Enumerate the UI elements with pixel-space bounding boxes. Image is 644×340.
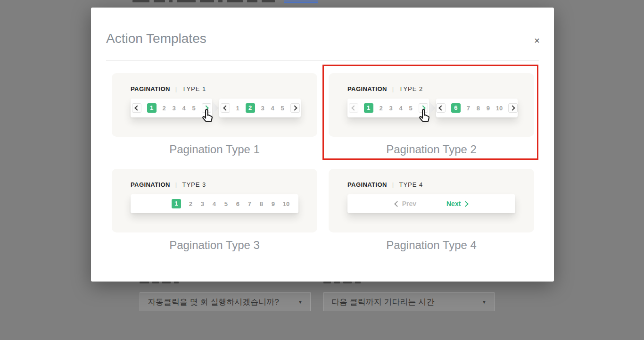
template-card-type-3[interactable]: PAGINATION | TYPE 3 12345678910 Paginati… [112, 169, 317, 252]
page-number[interactable]: 3 [389, 105, 393, 112]
pagination-bar: 12345 [347, 99, 429, 117]
page-number-active[interactable]: 1 [147, 103, 157, 113]
page-number[interactable]: 3 [261, 105, 265, 112]
background-text-fragment [247, 0, 257, 2]
click-delay-select-value: 다음 클릭까지 기다리는 시간 [331, 297, 434, 307]
flow-arrow-icon [429, 102, 436, 114]
page-number-active[interactable]: 1 [364, 103, 373, 113]
card-type-label: TYPE 2 [399, 85, 423, 92]
page-number[interactable]: 10 [496, 105, 503, 112]
click-delay-select[interactable]: 다음 클릭까지 기다리는 시간 ▼ [323, 292, 495, 311]
card-category-label: PAGINATION [347, 85, 387, 92]
chevron-left-icon [351, 105, 356, 110]
card-caption: Pagination Type 2 [329, 142, 534, 157]
click-count-select-value: 자동클릭을 몇 회 실행하시겠습니까? [148, 297, 279, 307]
next-arrow-button[interactable] [202, 103, 211, 113]
card-header-divider: | [387, 181, 399, 188]
page-number[interactable]: 7 [466, 105, 471, 112]
background-text-fragment [262, 0, 275, 2]
prev-arrow-button[interactable] [436, 103, 446, 113]
page-number[interactable]: 4 [271, 105, 275, 112]
page-number[interactable]: 4 [212, 200, 216, 207]
page-number[interactable]: 5 [409, 105, 413, 112]
page-number[interactable]: 4 [182, 105, 186, 112]
page-number[interactable]: 3 [172, 105, 176, 112]
nav-button-label: Next [446, 200, 461, 207]
prev-button[interactable]: Prev [395, 200, 416, 207]
chevron-down-icon: ▼ [298, 299, 303, 305]
pagination-card[interactable]: PAGINATION | TYPE 3 12345678910 [112, 169, 317, 232]
prev-arrow-button[interactable] [349, 103, 358, 113]
card-type-label: TYPE 4 [399, 181, 423, 188]
template-card-type-1[interactable]: PAGINATION | TYPE 1 1234512345 Paginatio… [112, 73, 317, 157]
prev-arrow-button[interactable] [132, 103, 141, 113]
pagination-bar: 12345678910 [131, 194, 298, 213]
clipped-label-fragment [140, 282, 179, 283]
chevron-down-icon: ▼ [482, 299, 487, 305]
pagination-card[interactable]: PAGINATION | TYPE 4 PrevNext [329, 169, 534, 232]
card-category-label: PAGINATION [131, 85, 170, 92]
page-number[interactable]: 9 [486, 105, 490, 112]
page-number[interactable]: 5 [224, 200, 228, 207]
chevron-left-icon [394, 201, 400, 207]
page-number[interactable]: 2 [189, 200, 193, 207]
chevron-right-icon [462, 201, 469, 207]
background-text-fragment [132, 0, 149, 2]
next-arrow-button[interactable] [290, 103, 300, 113]
page-number[interactable]: 2 [379, 105, 383, 112]
modal-title: Action Templates [106, 31, 206, 46]
page-number-active[interactable]: 2 [246, 103, 255, 113]
page-number[interactable]: 2 [162, 105, 166, 112]
next-arrow-button[interactable] [419, 103, 428, 113]
page-number[interactable]: 1 [236, 105, 240, 112]
templates-grid: PAGINATION | TYPE 1 1234512345 Paginatio… [112, 73, 534, 252]
card-caption: Pagination Type 1 [112, 142, 317, 157]
card-type-label: TYPE 1 [182, 85, 206, 92]
flow-arrow-icon [213, 102, 219, 114]
page-number[interactable]: 8 [259, 200, 264, 207]
background-text-fragment [227, 0, 243, 2]
prev-arrow-button[interactable] [221, 103, 230, 113]
pagination-card[interactable]: PAGINATION | TYPE 2 12345678910 [329, 73, 534, 137]
pagination-demo: 1234512345 [131, 99, 317, 117]
page-number[interactable]: 6 [236, 200, 240, 207]
template-card-type-2[interactable]: PAGINATION | TYPE 2 12345678910 Paginati… [329, 73, 534, 157]
background-text-fragment [169, 0, 173, 2]
background-text-fragment [218, 0, 223, 2]
card-header-divider: | [387, 85, 399, 92]
click-count-select[interactable]: 자동클릭을 몇 회 실행하시겠습니까? ▼ [140, 292, 311, 311]
page-number[interactable]: 3 [200, 200, 205, 207]
template-card-type-4[interactable]: PAGINATION | TYPE 4 PrevNext Pagination … [329, 169, 534, 252]
page-number[interactable]: 5 [281, 105, 285, 112]
page-number[interactable]: 9 [271, 200, 275, 207]
page-number-active[interactable]: 6 [451, 103, 461, 113]
page-number[interactable]: 7 [248, 200, 252, 207]
pagination-bar: PrevNext [347, 194, 515, 213]
page-number[interactable]: 4 [399, 105, 403, 112]
card-type-label: TYPE 3 [182, 181, 206, 188]
pagination-bar: 12345 [219, 99, 301, 117]
page-number[interactable]: 5 [192, 105, 196, 112]
header-divider [106, 60, 539, 61]
page-number[interactable]: 8 [476, 105, 480, 112]
card-header: PAGINATION | TYPE 2 [329, 73, 534, 92]
clipped-label-fragment [323, 282, 361, 283]
background-text-fragment [154, 0, 165, 2]
chevron-right-icon [510, 105, 515, 110]
next-arrow-button[interactable] [508, 103, 518, 113]
background-link-fragment [284, 0, 318, 3]
card-category-label: PAGINATION [131, 181, 170, 188]
page-number-active[interactable]: 1 [172, 199, 181, 208]
card-header: PAGINATION | TYPE 4 [329, 169, 534, 188]
pagination-card[interactable]: PAGINATION | TYPE 1 1234512345 [112, 73, 317, 137]
chevron-right-icon [420, 105, 425, 110]
card-header-divider: | [170, 181, 182, 188]
action-templates-modal: Action Templates ✕ PAGINATION | TYPE 1 1… [91, 8, 554, 282]
next-button[interactable]: Next [446, 200, 468, 207]
pagination-demo: 12345678910 [131, 194, 317, 213]
close-icon[interactable]: ✕ [531, 35, 543, 46]
page-number[interactable]: 10 [283, 200, 289, 207]
card-header-divider: | [170, 85, 182, 92]
card-category-label: PAGINATION [347, 181, 387, 188]
background-text-fragment [200, 0, 214, 2]
